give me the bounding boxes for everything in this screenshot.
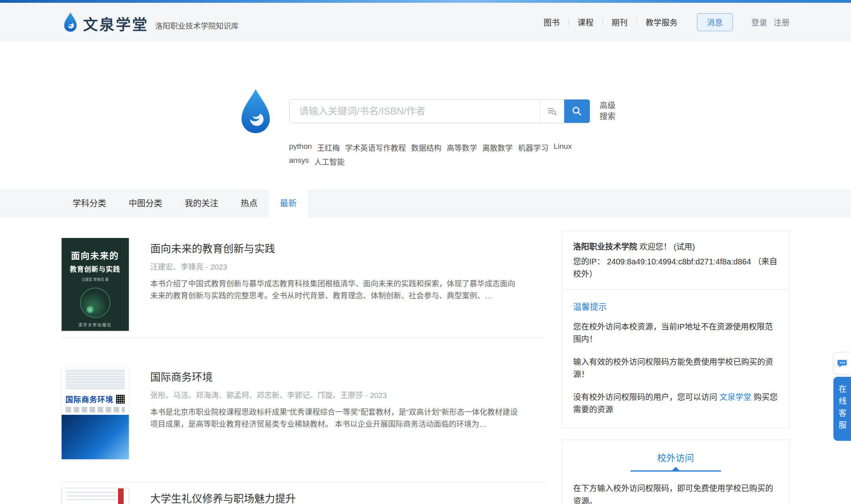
cover-text-block <box>66 369 125 390</box>
ip-line: 您的IP： 2409:8a49:10:4994:c8bf:d271:4f8a:d… <box>573 256 778 280</box>
brand-drop-icon <box>62 12 79 32</box>
nav-divider <box>637 18 637 26</box>
cover-authors <box>66 407 125 412</box>
header-nav: 图书 课程 期刊 教学服务 消息 登录 注册 <box>544 13 790 31</box>
trial-badge: (试用) <box>674 242 695 251</box>
online-service-label: 在线客服 <box>837 385 848 433</box>
hot-keyword[interactable]: 机器学习 <box>518 142 549 153</box>
nav-item-books[interactable]: 图书 <box>544 16 560 28</box>
site-logo-drop-icon <box>236 88 276 135</box>
cover-title-line: 面向未来的 <box>71 248 119 261</box>
advanced-search-link[interactable]: 高级 搜索 <box>600 100 616 122</box>
hot-keyword[interactable]: 王红梅 <box>317 142 340 153</box>
book-authors: 汪建宏、李锋亮 - 2023 <box>150 261 519 272</box>
external-access-description: 在下方输入校外访问权限码，即可免费使用学校已购买的资源。 <box>573 482 778 504</box>
search-section: 高级 搜索 python 王红梅 学术英语写作教程 数据结构 高等数学 离散数学… <box>0 41 851 189</box>
book-description: 本书是北京市职业院校课程思政标杆成果“优秀课程综合一等奖”配套教材，是“双高计划… <box>150 406 519 430</box>
search-button[interactable] <box>564 100 590 123</box>
hot-keyword[interactable]: 数据结构 <box>411 142 442 153</box>
chat-button[interactable] <box>833 352 851 374</box>
chat-bubble-icon <box>837 358 848 369</box>
nav-item-journals[interactable]: 期刊 <box>612 16 628 28</box>
nav-divider <box>569 18 569 26</box>
nav-item-courses[interactable]: 课程 <box>578 16 594 28</box>
ip-label: 您的IP： <box>573 257 605 266</box>
welcome-box: 洛阳职业技术学院 欢迎您！ (试用) 您的IP： 2409:8a49:10:49… <box>562 231 790 428</box>
book-entry: 国际商务环境 国际商务环境 张彤、马洁、邓海涛、郭孟珂、邓志新、李郭记、邝旋、王… <box>62 366 547 482</box>
register-link[interactable]: 注册 <box>774 16 790 28</box>
login-link[interactable]: 登录 <box>751 16 767 28</box>
tab-latest[interactable]: 最新 <box>269 189 308 217</box>
welcome-line: 洛阳职业技术学院 欢迎您！ (试用) <box>573 241 778 253</box>
tips-paragraph: 没有校外访问权限码的用户，您可以访问 文泉学堂 购买您需要的资源 <box>573 391 778 416</box>
tips-section: 温馨提示 您在校外访问本校资源，当前IP地址不在资源使用权限范围内！ 输入有效的… <box>562 289 789 428</box>
nav-divider <box>603 18 603 26</box>
cover-authors: 汪建宏 李锋亮 著 <box>81 277 108 282</box>
cover-text-block <box>67 492 116 502</box>
main-content: 面向未来的 教育创新与实践 汪建宏 李锋亮 著 清华大学出版社 面向未来的教育创… <box>62 217 790 504</box>
external-access-title: 校外访问 <box>573 450 778 464</box>
book-title[interactable]: 国际商务环境 <box>150 369 519 384</box>
top-gradient-bar <box>0 0 851 3</box>
tab-hot[interactable]: 热点 <box>230 189 269 217</box>
search-box <box>289 99 590 123</box>
ip-value: 2409:8a49:10:4994:c8bf:d271:4f8a:d864 <box>607 257 751 266</box>
search-icon <box>571 106 583 117</box>
book-entry: 面向未来的 教育创新与实践 汪建宏 李锋亮 著 清华大学出版社 面向未来的教育创… <box>62 238 547 338</box>
hot-keyword[interactable]: 人工智能 <box>314 156 344 167</box>
tips-paragraph: 您在校外访问本校资源，当前IP地址不在资源使用权限范围内！ <box>573 321 778 346</box>
header: 文泉学堂 洛阳职业技术学院知识库 图书 课程 期刊 教学服务 消息 登录 注册 <box>0 3 851 41</box>
tips-paragraph: 输入有效的校外访问权限码方能免费使用学校已购买的资源！ <box>573 356 778 381</box>
title-underline <box>631 470 721 472</box>
school-name: 洛阳职业技术学院 <box>573 242 637 251</box>
cover-publisher: 清华大学出版社 <box>78 322 112 328</box>
brand-name: 文泉学堂 <box>83 18 149 32</box>
search-input[interactable] <box>290 100 540 123</box>
book-authors: 张彤、马洁、邓海涛、郭孟珂、邓志新、李郭记、邝旋、王廖莎 - 2023 <box>150 389 519 400</box>
brand[interactable]: 文泉学堂 洛阳职业技术学院知识库 <box>62 12 239 32</box>
hot-keyword[interactable]: python <box>289 142 312 153</box>
cover-wave-graphic <box>62 415 129 459</box>
book-description: 本书介绍了中国式教育创新与慕华成志教育科技集团根植清华、面向未来的实践和探索，体… <box>150 278 519 302</box>
hot-keyword[interactable]: 学术英语写作教程 <box>345 142 406 153</box>
sidebar: 洛阳职业技术学院 欢迎您！ (试用) 您的IP： 2409:8a49:10:49… <box>562 217 790 504</box>
book-title[interactable]: 大学生礼仪修养与职场魅力提升 <box>150 490 519 504</box>
floating-widget: 在线客服 <box>833 352 851 441</box>
book-cover[interactable]: 国际商务环境 <box>62 366 129 459</box>
welcome-greeting: 欢迎您！ <box>639 242 671 251</box>
book-cover[interactable]: 面向未来的 教育创新与实践 汪建宏 李锋亮 著 清华大学出版社 <box>62 238 129 331</box>
message-button[interactable]: 消息 <box>697 13 733 31</box>
hot-keywords: python 王红梅 学术英语写作教程 数据结构 高等数学 离散数学 机器学习 … <box>289 142 592 167</box>
hot-keyword[interactable]: 离散数学 <box>483 142 513 153</box>
tab-clc-category[interactable]: 中图分类 <box>118 189 174 217</box>
tips-title[interactable]: 温馨提示 <box>573 300 778 312</box>
tab-my-follow[interactable]: 我的关注 <box>174 189 230 217</box>
wenquan-link[interactable]: 文泉学堂 <box>719 393 751 402</box>
book-cover[interactable] <box>62 488 129 504</box>
cover-title-line: 国际商务环境 <box>66 394 114 404</box>
book-title[interactable]: 面向未来的教育创新与实践 <box>150 240 519 255</box>
hot-keyword[interactable]: ansys <box>289 156 309 167</box>
page: 文泉学堂 洛阳职业技术学院知识库 图书 课程 期刊 教学服务 消息 登录 注册 <box>0 0 851 504</box>
external-access-box: 校外访问 在下方输入校外访问权限码，即可免费使用学校已购买的资源。 <box>562 440 790 504</box>
tabs-bar: 学科分类 中图分类 我的关注 热点 最新 <box>0 189 851 217</box>
keyword-list-toggle[interactable] <box>540 100 564 123</box>
tab-subject-category[interactable]: 学科分类 <box>62 189 118 217</box>
brand-subtitle: 洛阳职业技术学院知识库 <box>155 20 239 31</box>
cover-ring-graphic <box>80 288 110 318</box>
cover-title-line: 教育创新与实践 <box>70 264 120 274</box>
hot-keyword[interactable]: Linux <box>554 142 572 153</box>
list-search-icon <box>547 106 557 116</box>
hot-keyword[interactable]: 高等数学 <box>447 142 477 153</box>
book-list: 面向未来的 教育创新与实践 汪建宏 李锋亮 著 清华大学出版社 面向未来的教育创… <box>62 217 547 504</box>
nav-item-teaching-service[interactable]: 教学服务 <box>646 16 678 28</box>
online-service-button[interactable]: 在线客服 <box>833 377 851 441</box>
book-entry: 大学生礼仪修养与职场魅力提升 <box>62 488 547 504</box>
cover-qr-code <box>116 395 125 404</box>
